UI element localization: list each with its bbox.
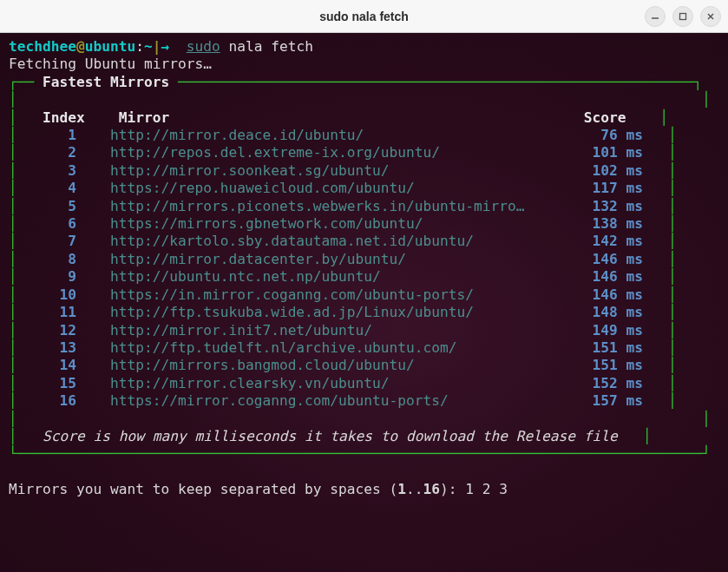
maximize-button[interactable] <box>672 6 693 27</box>
cmd-nala: nala <box>228 38 262 55</box>
minimize-button[interactable] <box>645 6 666 27</box>
mirror-score: 101 ms <box>584 144 643 161</box>
cmd-sudo: sudo <box>187 38 220 55</box>
mirror-index: 14 <box>34 357 76 373</box>
prompt-line: techdhee@ubuntu:~|→ sudo nala fetch <box>9 38 313 55</box>
prompt-sep1: | <box>153 38 161 55</box>
mirror-score: 148 ms <box>584 304 643 320</box>
mirror-index: 10 <box>34 286 76 303</box>
mirror-index: 6 <box>34 215 76 232</box>
mirror-url: http://kartolo.sby.datautama.net.id/ubun… <box>110 233 550 249</box>
mirror-url: https://mirror.coganng.com/ubuntu-ports/ <box>110 392 550 409</box>
mirror-index: 16 <box>34 392 76 409</box>
mirror-url: http://mirror.datacenter.by/ubuntu/ <box>110 251 550 267</box>
mirror-score: 146 ms <box>584 286 643 303</box>
mirror-index: 8 <box>34 251 76 267</box>
mirror-index: 9 <box>34 268 76 285</box>
box-title: Fastest Mirrors <box>43 74 169 90</box>
mirror-index: 4 <box>34 180 76 196</box>
mirror-index: 15 <box>34 375 76 391</box>
prompt-at: @ <box>76 38 85 55</box>
mirror-url: http://ftp.tsukuba.wide.ad.jp/Linux/ubun… <box>110 304 550 320</box>
mirror-url: http://ftp.tudelft.nl/archive.ubuntu.com… <box>110 339 550 356</box>
box-top: ┌── <box>9 74 43 90</box>
close-icon <box>706 12 715 21</box>
mirror-score: 157 ms <box>584 392 643 409</box>
mirror-url: https://in.mirror.coganng.com/ubuntu-por… <box>110 286 550 303</box>
mirror-score: 76 ms <box>584 127 643 143</box>
mirror-score: 146 ms <box>584 268 643 285</box>
box-bottom: └───────────────────────────────────────… <box>9 445 711 462</box>
close-button[interactable] <box>700 6 721 27</box>
mirror-url: http://ubuntu.ntc.net.np/ubuntu/ <box>110 268 550 285</box>
mirror-url: http://mirrors.bangmod.cloud/ubuntu/ <box>110 357 550 373</box>
mirror-index: 1 <box>34 127 76 143</box>
mirror-score: 132 ms <box>584 198 643 214</box>
mirror-url: http://mirror.soonkeat.sg/ubuntu/ <box>110 162 550 179</box>
minimize-icon <box>651 12 659 21</box>
cmd-fetch: fetch <box>271 38 313 55</box>
mirror-index: 2 <box>34 144 76 161</box>
prompt-path: ~ <box>144 38 153 55</box>
hdr-score: Score <box>584 109 626 126</box>
window-controls <box>645 6 721 27</box>
mirror-index: 12 <box>34 322 76 339</box>
prompt-user: techdhee <box>9 38 76 55</box>
mirror-index: 11 <box>34 304 76 320</box>
maximize-icon <box>679 12 687 21</box>
mirror-url: https://repo.huaweicloud.com/ubuntu/ <box>110 180 550 196</box>
prompt-host: ubuntu <box>85 38 135 55</box>
box-footer: Score is how many milliseconds it takes … <box>43 428 618 444</box>
hdr-mirror: Mirror <box>119 109 169 126</box>
prompt-sep2: → <box>161 38 169 55</box>
mirror-index: 3 <box>34 162 76 179</box>
mirror-url: http://mirrors.piconets.webwerks.in/ubun… <box>110 198 550 214</box>
mirror-score: 146 ms <box>584 251 643 267</box>
svg-rect-1 <box>680 13 686 19</box>
terminal[interactable]: techdhee@ubuntu:~|→ sudo nala fetch Fetc… <box>0 33 728 572</box>
hdr-index: Index <box>43 109 85 126</box>
mirror-url: http://mirror.clearsky.vn/ubuntu/ <box>110 375 550 391</box>
titlebar: sudo nala fetch <box>0 0 728 33</box>
keep-prompt: Mirrors you want to keep separated by sp… <box>9 481 465 497</box>
mirror-index: 13 <box>34 339 76 356</box>
mirror-url: http://mirror.init7.net/ubuntu/ <box>110 322 550 339</box>
mirror-url: http://repos.del.extreme-ix.org/ubuntu/ <box>110 144 550 161</box>
mirror-score: 117 ms <box>584 180 643 196</box>
window: sudo nala fetch techdhee@ubuntu:~|→ sudo… <box>0 0 728 572</box>
window-title: sudo nala fetch <box>319 10 409 23</box>
mirror-score: 152 ms <box>584 375 643 391</box>
mirror-url: http://mirror.deace.id/ubuntu/ <box>110 127 550 143</box>
mirror-score: 151 ms <box>584 339 643 356</box>
mirror-score: 138 ms <box>584 215 643 232</box>
mirror-score: 142 ms <box>584 233 643 249</box>
fetching-line: Fetching Ubuntu mirrors… <box>9 56 212 72</box>
mirror-index: 5 <box>34 198 76 214</box>
mirror-url: https://mirrors.gbnetwork.com/ubuntu/ <box>110 215 550 232</box>
mirror-score: 149 ms <box>584 322 643 339</box>
prompt-colon: : <box>135 38 144 55</box>
keep-input[interactable]: 1 2 3 <box>465 481 508 497</box>
mirror-score: 102 ms <box>584 162 643 179</box>
mirror-index: 7 <box>34 233 76 249</box>
mirror-score: 151 ms <box>584 357 643 373</box>
